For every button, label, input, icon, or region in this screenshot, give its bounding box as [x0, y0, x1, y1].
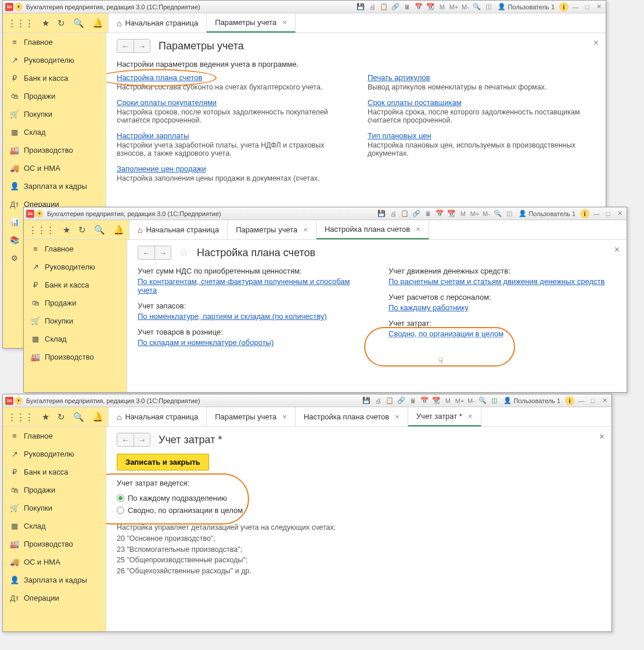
settings-link[interactable]: По контрагентам, счетам-фактурам получен…: [138, 277, 350, 295]
magnify-icon[interactable]: 🔍: [493, 209, 502, 218]
close-icon[interactable]: ✕: [594, 2, 603, 12]
history-icon[interactable]: ↻: [78, 225, 86, 235]
calc-icon[interactable]: 🖩: [402, 2, 412, 12]
settings-link[interactable]: Настройка плана счетов: [117, 73, 202, 82]
bell-icon[interactable]: 🔔: [113, 225, 124, 235]
radio-icon[interactable]: [117, 507, 124, 514]
zoom-mminus-icon[interactable]: M-: [460, 2, 470, 12]
maximize-icon[interactable]: □: [582, 2, 592, 12]
maximize-icon[interactable]: □: [588, 396, 598, 405]
calc-icon[interactable]: 🖩: [408, 396, 418, 405]
tab-close-icon[interactable]: ×: [468, 412, 473, 421]
info-icon[interactable]: i: [580, 209, 589, 218]
close-page-icon[interactable]: ×: [614, 245, 620, 255]
settings-link[interactable]: По каждому работнику: [388, 303, 469, 312]
apps-icon[interactable]: ⋮⋮⋮: [28, 225, 55, 235]
radio-row[interactable]: Сводно, по организации в целом: [117, 504, 601, 516]
save-icon[interactable]: 💾: [362, 396, 371, 405]
sidebar-item[interactable]: 🛒Покупки: [3, 105, 106, 123]
link-icon[interactable]: 🔗: [397, 396, 406, 405]
copy-icon[interactable]: 📋: [379, 2, 388, 12]
dropdown-icon[interactable]: ▾: [15, 397, 23, 405]
link-icon[interactable]: 🔗: [391, 2, 400, 12]
sidebar-item[interactable]: 🏭Производство: [24, 348, 127, 366]
bell-icon[interactable]: 🔔: [92, 18, 103, 28]
close-page-icon[interactable]: ×: [593, 38, 599, 48]
sidebar-item[interactable]: ▦Склад: [3, 123, 106, 141]
minimize-icon[interactable]: —: [592, 209, 601, 218]
sidebar-item[interactable]: 🛍Продажи: [3, 481, 106, 499]
tab-home[interactable]: Начальная страница: [129, 220, 228, 239]
magnify-icon[interactable]: 🔍: [472, 2, 481, 12]
close-icon[interactable]: ✕: [615, 209, 624, 218]
sidebar-item[interactable]: ≡Главное: [3, 33, 106, 51]
history-icon[interactable]: ↻: [57, 412, 65, 422]
tab-close-icon[interactable]: ×: [395, 412, 400, 421]
settings-link[interactable]: Сводно, по организации в целом: [388, 329, 503, 338]
tab-params[interactable]: Параметры учета×: [228, 220, 316, 239]
forward-button[interactable]: →: [134, 433, 150, 446]
save-icon[interactable]: 💾: [377, 209, 386, 218]
close-icon[interactable]: ✕: [600, 396, 609, 405]
zoom-mplus-icon[interactable]: M+: [470, 209, 479, 218]
settings-link[interactable]: Настройки зарплаты: [117, 131, 189, 140]
tab-home[interactable]: Начальная страница: [109, 407, 207, 426]
tab-params[interactable]: Параметры учета×: [207, 407, 296, 426]
zoom-mplus-icon[interactable]: M+: [449, 2, 458, 12]
sidebar-item[interactable]: 👤Зарплата и кадры: [3, 571, 106, 589]
zoom-mminus-icon[interactable]: M-: [481, 209, 491, 218]
sidebar-item[interactable]: ↗Руководителю: [24, 258, 127, 276]
tab-close-icon[interactable]: ×: [416, 225, 420, 234]
sidebar-item[interactable]: ≡Главное: [3, 427, 106, 445]
tab-close-icon[interactable]: ×: [282, 18, 287, 27]
calendar-icon[interactable]: 📅: [420, 396, 429, 405]
sidebar-item[interactable]: 🚚ОС и НМА: [3, 159, 106, 177]
settings-link[interactable]: Заполнение цен продажи: [117, 164, 206, 173]
sidebar-item[interactable]: 👤Зарплата и кадры: [3, 177, 106, 195]
save-icon[interactable]: 💾: [356, 2, 365, 12]
history-icon[interactable]: ↻: [57, 18, 65, 28]
sidebar-item[interactable]: 🛍Продажи: [3, 87, 106, 105]
panes-icon[interactable]: ◫: [484, 2, 493, 12]
back-button[interactable]: ←: [117, 39, 134, 52]
sidebar-item[interactable]: 🛍Продажи: [24, 294, 127, 312]
tab-plan[interactable]: Настройка плана счетов×: [296, 407, 408, 426]
date-icon[interactable]: 📆: [447, 209, 456, 218]
sidebar-item[interactable]: 🛒Покупки: [24, 312, 127, 330]
print-icon[interactable]: 🖨: [388, 209, 398, 218]
search-icon[interactable]: 🔍: [73, 18, 84, 28]
sidebar-item[interactable]: ₽Банк и касса: [24, 276, 127, 294]
settings-link[interactable]: По складам и номенклатуре (обороты): [138, 338, 274, 347]
forward-button[interactable]: →: [134, 39, 150, 52]
date-icon[interactable]: 📆: [431, 396, 441, 405]
calendar-icon[interactable]: 📅: [435, 209, 444, 218]
dropdown-icon[interactable]: ▾: [15, 3, 23, 11]
close-page-icon[interactable]: ×: [599, 432, 605, 442]
dropdown-icon[interactable]: ▾: [35, 210, 44, 218]
zoom-mplus-icon[interactable]: M+: [455, 396, 464, 405]
user-label[interactable]: 👤 Пользователь 1: [516, 210, 578, 217]
maximize-icon[interactable]: □: [603, 209, 613, 218]
settings-link[interactable]: Тип плановых цен: [368, 131, 431, 140]
date-icon[interactable]: 📆: [426, 2, 435, 12]
star-icon[interactable]: ★: [42, 18, 49, 28]
back-button[interactable]: ←: [138, 246, 154, 259]
user-label[interactable]: 👤 Пользователь 1: [501, 397, 563, 404]
tab-costs[interactable]: Учет затрат *×: [408, 407, 481, 426]
print-icon[interactable]: 🖨: [373, 396, 383, 405]
tab-close-icon[interactable]: ×: [282, 412, 287, 421]
info-icon[interactable]: i: [565, 396, 574, 405]
tab-plan[interactable]: Настройка плана счетов×: [316, 220, 429, 239]
settings-link[interactable]: Сроки оплаты покупателями: [117, 98, 217, 107]
minimize-icon[interactable]: —: [571, 2, 580, 12]
apps-icon[interactable]: ⋮⋮⋮: [8, 412, 34, 422]
panes-icon[interactable]: ◫: [490, 396, 499, 405]
search-icon[interactable]: 🔍: [94, 225, 105, 235]
settings-link[interactable]: Печать артикулов: [368, 73, 430, 82]
search-icon[interactable]: 🔍: [73, 412, 84, 422]
magnify-icon[interactable]: 🔍: [478, 396, 487, 405]
zoom-m-icon[interactable]: M: [458, 209, 467, 218]
sidebar-item[interactable]: ↗Руководителю: [3, 445, 106, 463]
sidebar-item[interactable]: ↗Руководителю: [3, 51, 106, 69]
settings-link[interactable]: По номенклатуре, партиям и складам (по к…: [138, 312, 327, 321]
